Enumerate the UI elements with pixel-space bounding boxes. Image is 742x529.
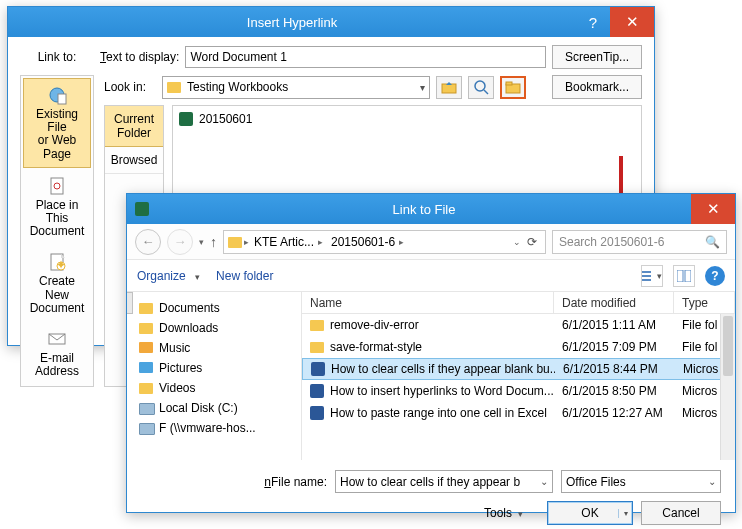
tree-item[interactable]: Local Disk (C:): [139, 398, 297, 418]
organize-menu[interactable]: Organize ▾: [137, 269, 200, 283]
search-icon: 🔍: [705, 235, 720, 249]
excel-app-icon: [135, 202, 149, 216]
tree-icon: [139, 361, 153, 375]
help-button[interactable]: ?: [705, 266, 725, 286]
up-folder-button[interactable]: [436, 76, 462, 99]
forward-button[interactable]: →: [167, 229, 193, 255]
insert-hyperlink-title: Insert Hyperlink: [8, 15, 576, 30]
tree-icon: [139, 321, 153, 335]
file-row[interactable]: remove-div-error6/1/2015 1:11 AMFile fol: [302, 314, 735, 336]
nav-email[interactable]: E-mail Address: [23, 323, 91, 384]
look-in-combo[interactable]: Testing Workbooks ▾: [162, 76, 430, 99]
tree-item[interactable]: Music: [139, 338, 297, 358]
column-headers[interactable]: Name Date modified Type: [302, 292, 735, 314]
preview-pane-icon: [677, 270, 691, 282]
folder-up-icon: [441, 80, 457, 94]
help-button[interactable]: ?: [576, 7, 610, 37]
nav-existing-file[interactable]: Existing File or Web Page: [23, 78, 91, 168]
cancel-button[interactable]: Cancel: [641, 501, 721, 525]
tree-icon: [139, 301, 153, 315]
file-row[interactable]: How to clear cells if they appear blank …: [302, 358, 735, 380]
filename-label: nFile name:File name:: [264, 475, 327, 489]
svg-rect-16: [642, 275, 651, 277]
folder-icon: [310, 318, 324, 332]
text-to-display-input[interactable]: [185, 46, 546, 68]
search-input[interactable]: Search 20150601-6 🔍: [552, 230, 727, 254]
excel-file-icon: [179, 112, 193, 126]
link-to-file-title: Link to File: [157, 202, 691, 217]
new-folder-button[interactable]: New folder: [216, 269, 273, 283]
chevron-down-icon: ⌄: [540, 476, 548, 487]
tree-item[interactable]: Documents: [139, 298, 297, 318]
chevron-down-icon: ⌄: [708, 476, 716, 487]
close-button[interactable]: ✕: [691, 194, 735, 224]
svg-text:✦: ✦: [56, 258, 66, 272]
view-options-button[interactable]: ▾: [641, 265, 663, 287]
file-row[interactable]: save-format-style6/1/2015 7:09 PMFile fo…: [302, 336, 735, 358]
scope-browsed-pages[interactable]: Browsed: [105, 147, 163, 174]
magnifier-globe-icon: [473, 79, 489, 95]
word-file-icon: [310, 406, 324, 420]
breadcrumb[interactable]: ▸ KTE Artic...▸ 20150601-6▸ ⌄ ⟳: [223, 230, 546, 254]
tree-item[interactable]: Pictures: [139, 358, 297, 378]
svg-rect-1: [58, 94, 66, 104]
tree-item[interactable]: Videos: [139, 378, 297, 398]
ok-button[interactable]: OK ▾: [547, 501, 633, 525]
tree-icon: [139, 401, 153, 415]
up-button[interactable]: ↑: [210, 234, 217, 250]
crumb-1: KTE Artic...▸: [251, 235, 326, 249]
folder-icon: [167, 80, 181, 94]
tree-collapse-grip[interactable]: [127, 292, 133, 314]
bookmark-button[interactable]: Bookmark...: [552, 75, 642, 99]
look-in-label: Look in:: [104, 80, 156, 94]
col-name: Name: [302, 292, 554, 313]
svg-point-9: [475, 81, 485, 91]
svg-rect-18: [677, 270, 683, 282]
scrollbar[interactable]: [720, 314, 735, 460]
screentip-button[interactable]: ScreenTip...: [552, 45, 642, 69]
globe-file-icon: [47, 85, 67, 105]
browse-file-button[interactable]: [500, 76, 526, 99]
link-to-nav: Existing File or Web Page Place in This …: [20, 75, 94, 387]
svg-line-10: [484, 90, 488, 94]
browse-web-button[interactable]: [468, 76, 494, 99]
folder-icon: [228, 235, 242, 249]
svg-rect-2: [51, 178, 63, 194]
tree-item[interactable]: Downloads: [139, 318, 297, 338]
nav-create-new[interactable]: ✦ Create New Document: [23, 246, 91, 321]
email-icon: [47, 329, 67, 349]
close-button[interactable]: ✕: [610, 7, 654, 37]
chevron-down-icon: ▾: [420, 82, 425, 93]
tree-item[interactable]: F (\\vmware-hos...: [139, 418, 297, 438]
word-file-icon: [311, 362, 325, 376]
tree-icon: [139, 381, 153, 395]
file-row[interactable]: How to insert hyperlinks to Word Docum..…: [302, 380, 735, 402]
preview-pane-button[interactable]: [673, 265, 695, 287]
file-row[interactable]: How to paste range into one cell in Exce…: [302, 402, 735, 424]
col-type: Type: [674, 292, 735, 313]
document-target-icon: [47, 176, 67, 196]
tools-menu[interactable]: Tools▾: [484, 506, 523, 520]
back-button[interactable]: ←: [135, 229, 161, 255]
col-date: Date modified: [554, 292, 674, 313]
refresh-button[interactable]: ⟳: [527, 235, 537, 249]
svg-rect-12: [506, 82, 512, 85]
crumb-2: 20150601-6▸: [328, 235, 407, 249]
view-list-icon: [642, 270, 651, 282]
tree-icon: [139, 341, 153, 355]
svg-rect-15: [642, 271, 651, 273]
nav-place-in-doc[interactable]: Place in This Document: [23, 170, 91, 245]
file-filter-combo[interactable]: Office Files ⌄: [561, 470, 721, 493]
text-to-display-label: TText to display:ext to display:: [100, 50, 179, 64]
svg-rect-19: [685, 270, 691, 282]
file-list-item[interactable]: 20150601: [199, 112, 252, 126]
open-folder-icon: [505, 80, 521, 94]
svg-rect-8: [442, 84, 456, 93]
chevron-down-icon[interactable]: ⌄: [513, 237, 521, 247]
scope-current-folder[interactable]: Current Folder: [105, 106, 163, 147]
link-to-label: Link to:: [20, 50, 94, 64]
folder-tree[interactable]: DocumentsDownloadsMusicPicturesVideosLoc…: [127, 292, 302, 460]
filename-input[interactable]: How to clear cells if they appear b ⌄: [335, 470, 553, 493]
recent-dropdown[interactable]: ▾: [199, 237, 204, 247]
word-file-icon: [310, 384, 324, 398]
